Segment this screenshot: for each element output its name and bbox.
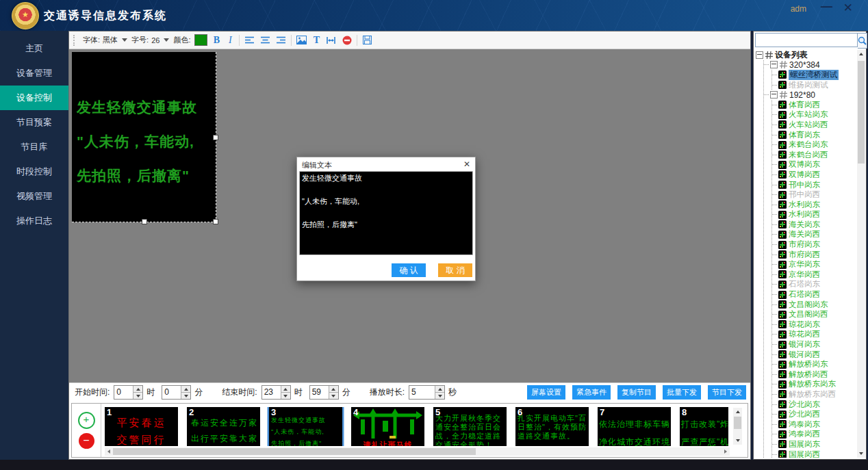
scrollbar-thumb[interactable] <box>734 417 741 429</box>
device-search-input[interactable] <box>755 33 858 47</box>
font-size-select[interactable]: 字号: 26 <box>131 35 169 45</box>
led-preview-panel[interactable]: 发生轻微交通事故"人未伤，车能动,先拍照，后撤离" <box>72 52 216 222</box>
sidebar-item-device-control[interactable]: 设备控制 <box>0 86 68 110</box>
tree-scrollbar[interactable] <box>857 50 865 458</box>
tree-device[interactable]: 市府岗西 <box>772 250 856 260</box>
tree-device[interactable]: 京华岗东 <box>772 259 856 270</box>
tree-device[interactable]: 琼花岗西 <box>772 330 856 340</box>
tree-device[interactable]: 国展岗东 <box>772 439 856 449</box>
italic-button[interactable]: I <box>225 35 235 46</box>
tree-device[interactable]: 鸿泰岗西 <box>772 430 856 440</box>
tree-device[interactable]: 沙北岗西 <box>772 409 856 419</box>
spinner-down-icon[interactable] <box>435 392 444 399</box>
tree-device[interactable]: 解放桥岗西 <box>772 369 856 380</box>
collapse-icon[interactable] <box>770 91 778 99</box>
tree-device[interactable]: 邗中岗西 <box>772 190 856 200</box>
thumbnail-horizontal-scrollbar[interactable] <box>105 447 730 456</box>
tree-device[interactable]: 水利岗西 <box>772 210 856 220</box>
tree-device[interactable]: 螺丝湾桥测试 <box>772 70 856 80</box>
tree-device[interactable]: 解放桥东岗西 <box>772 389 856 400</box>
sidebar-item-operation-log[interactable]: 操作日志 <box>0 209 68 233</box>
spinner-up-icon[interactable] <box>281 386 290 392</box>
tree-device[interactable]: 国展岗西 <box>772 449 856 458</box>
save-icon[interactable] <box>361 35 373 46</box>
screen-settings-button[interactable]: 屏幕设置 <box>527 385 565 400</box>
spinner-up-icon[interactable] <box>181 386 190 392</box>
tree-device[interactable]: 石塔岗东 <box>772 280 856 290</box>
scroll-down-icon[interactable] <box>859 449 863 458</box>
time-spinner[interactable]: 23 <box>261 385 291 400</box>
tree-device[interactable]: 体育岗东 <box>772 130 856 140</box>
text-tool-button[interactable]: T <box>311 35 321 46</box>
tree-device[interactable]: 海关岗东 <box>772 220 856 230</box>
tree-device[interactable]: 解放桥东岗东 <box>772 380 856 390</box>
sidebar-item-device-management[interactable]: 设备管理 <box>0 61 68 86</box>
time-spinner[interactable]: 0 <box>114 385 143 400</box>
tree-device[interactable]: 火车站岗东 <box>772 110 856 120</box>
tree-device[interactable]: 体育岗西 <box>772 100 856 110</box>
scroll-up-icon[interactable] <box>733 408 742 416</box>
align-left-icon[interactable] <box>244 35 255 46</box>
font-family-select[interactable]: 字体: 黑体 <box>83 35 127 45</box>
stop-prohibit-icon[interactable] <box>341 35 353 46</box>
scroll-left-icon[interactable] <box>105 447 113 456</box>
tree-device[interactable]: 银河岗东 <box>772 339 856 350</box>
program-thumbnail-2[interactable]: 2春运安全连万家出行平安靠大家 <box>187 407 260 446</box>
program-thumbnail-5[interactable]: 5大力开展秋冬季交通安全整治百日会战，全力稳定道路交通安全形势！ <box>433 407 507 446</box>
tree-device[interactable]: 京华岗西 <box>772 270 856 280</box>
collapse-icon[interactable] <box>770 61 778 68</box>
spinner-down-icon[interactable] <box>133 392 142 399</box>
align-right-icon[interactable] <box>275 35 287 46</box>
sidebar-item-program-library[interactable]: 节目库 <box>0 135 68 159</box>
copy-program-button[interactable]: 复制节目 <box>617 385 656 400</box>
tree-device[interactable]: 水利岗东 <box>772 200 856 210</box>
align-center-icon[interactable] <box>259 35 271 46</box>
tree-device[interactable]: 维扬岗测试 <box>772 80 856 90</box>
tree-device[interactable]: 琼花岗东 <box>772 319 856 330</box>
color-swatch[interactable] <box>194 34 207 46</box>
tree-group-320*384[interactable]: 320*384 <box>764 60 856 70</box>
minimize-button[interactable]: — <box>821 0 832 14</box>
tree-device[interactable]: 来鹤台岗西 <box>772 150 856 160</box>
program-dispatch-button[interactable]: 节目下发 <box>708 385 746 400</box>
close-button[interactable]: ✕ <box>843 1 853 15</box>
cancel-button[interactable]: 取 消 <box>438 263 472 277</box>
tree-device[interactable]: 石塔岗西 <box>772 289 856 300</box>
program-thumbnail-7[interactable]: 7依法治理非标车辆净化城市交通环境 <box>598 407 671 446</box>
tree-device[interactable]: 沙北岗东 <box>772 400 856 410</box>
scroll-down-icon[interactable] <box>733 436 742 445</box>
tree-device[interactable]: 邗中岗东 <box>772 180 856 190</box>
spinner-up-icon[interactable] <box>329 386 338 392</box>
scroll-up-icon[interactable] <box>859 50 863 58</box>
tree-device[interactable]: 文昌阁岗东 <box>772 300 856 310</box>
tree-group-192*80[interactable]: 192*80 <box>764 90 856 100</box>
search-button[interactable] <box>858 33 867 49</box>
resize-handle-right[interactable] <box>213 135 218 140</box>
collapse-icon[interactable] <box>756 51 763 59</box>
resize-handle-corner[interactable] <box>213 219 218 224</box>
program-thumbnail-8[interactable]: 8打击改装"炸街"严查严惩"机改" <box>680 407 728 446</box>
tree-root[interactable]: 设备列表 <box>756 50 856 60</box>
program-thumbnail-6[interactable]: 6扎实开展电动车"百日整治"，有效预防道路交通事故。 <box>515 407 589 446</box>
tree-device[interactable]: 海关岗西 <box>772 230 856 240</box>
add-program-button[interactable]: + <box>78 412 95 429</box>
time-spinner[interactable]: 59 <box>309 385 339 400</box>
spinner-up-icon[interactable] <box>133 386 142 392</box>
program-thumbnail-3[interactable]: 3发生轻微交通事故"人未伤，车能动,先拍照，后撤离" <box>269 407 342 446</box>
tree-device[interactable]: 火车站岗西 <box>772 120 856 130</box>
tree-device[interactable]: 双博岗东 <box>772 160 856 170</box>
tree-device[interactable]: 来鹤台岗东 <box>772 140 856 150</box>
remove-program-button[interactable]: − <box>79 433 94 449</box>
thumbnail-vertical-scrollbar[interactable] <box>733 408 742 445</box>
spinner-up-icon[interactable] <box>435 386 444 392</box>
time-spinner[interactable]: 0 <box>162 385 191 400</box>
tree-device[interactable]: 解放桥岗东 <box>772 359 856 369</box>
tree-device[interactable]: 双博岗西 <box>772 170 856 180</box>
sidebar-item-home[interactable]: 主页 <box>0 36 68 61</box>
tree-device[interactable]: 鸿泰岗东 <box>772 419 856 430</box>
sidebar-item-program-plan[interactable]: 节目预案 <box>0 110 68 135</box>
resize-handle-bottom[interactable] <box>142 219 147 224</box>
tree-device[interactable]: 银河岗西 <box>772 350 856 360</box>
logged-in-user[interactable]: adm <box>791 4 806 14</box>
dialog-textarea[interactable]: 发生轻微交通事故 "人未伤，车能动, 先拍照，后撤离" <box>299 171 473 255</box>
